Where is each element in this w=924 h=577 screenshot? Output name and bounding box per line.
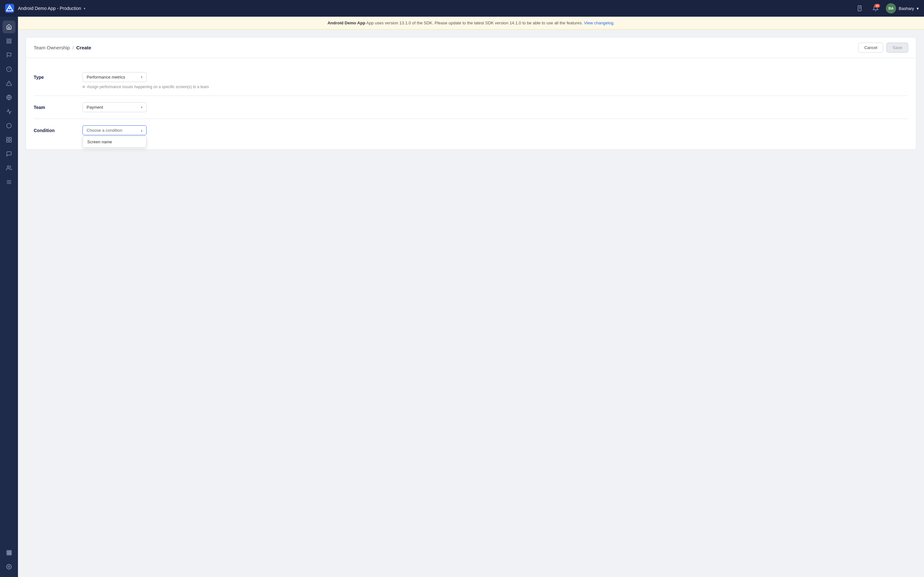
- content-area: Team Ownership / Create Cancel Save Type: [18, 29, 924, 577]
- breadcrumb-separator: /: [73, 45, 74, 50]
- breadcrumb: Team Ownership / Create: [34, 45, 91, 50]
- sidebar-item-issues[interactable]: [3, 63, 15, 76]
- svg-rect-19: [7, 137, 9, 139]
- banner-changelog-link[interactable]: View changelog.: [584, 21, 614, 25]
- svg-rect-28: [9, 550, 10, 552]
- condition-dropdown-menu: Screen name: [82, 136, 147, 148]
- sidebar-item-integrations[interactable]: [3, 133, 15, 146]
- type-select-value: Performance metrics: [87, 75, 125, 79]
- type-select-wrapper: Performance metrics ▾: [82, 72, 147, 82]
- svg-point-2: [9, 7, 11, 9]
- svg-point-36: [8, 566, 10, 568]
- svg-rect-30: [7, 552, 8, 554]
- sidebar-item-feedback[interactable]: [3, 147, 15, 160]
- notification-badge: 35: [874, 4, 880, 8]
- svg-rect-29: [10, 550, 11, 552]
- condition-chevron-icon: ▴: [141, 129, 142, 132]
- user-menu-chevron-icon: ▾: [917, 6, 919, 11]
- condition-select-value: Choose a condition: [87, 128, 122, 133]
- type-hint-text: Assign performance issues happening on a…: [87, 85, 209, 89]
- breadcrumb-current: Create: [76, 45, 91, 50]
- banner-app-name: Android Demo App: [328, 21, 365, 25]
- breadcrumb-parent: Team Ownership: [34, 45, 70, 50]
- topbar: Android Demo App - Production ▾ 35 BA Ba…: [0, 0, 924, 17]
- sidebar-item-releases[interactable]: [3, 119, 15, 132]
- save-button[interactable]: Save: [887, 43, 908, 53]
- app-name-label: Android Demo App - Production: [18, 6, 81, 11]
- hint-dot-icon: [82, 85, 85, 88]
- sidebar-item-settings[interactable]: [3, 560, 15, 573]
- type-select[interactable]: Performance metrics ▾: [82, 72, 147, 82]
- svg-rect-8: [10, 39, 11, 40]
- svg-rect-34: [9, 554, 10, 555]
- team-control-area: Payment ▾: [82, 102, 908, 112]
- svg-rect-33: [7, 554, 8, 555]
- svg-rect-21: [7, 140, 9, 142]
- card-body: Type Performance metrics ▾ Assign perfo: [26, 58, 916, 149]
- condition-form-row: Condition Choose a condition ▴ Screen na…: [34, 119, 908, 142]
- sidebar-item-globe[interactable]: [3, 91, 15, 104]
- topbar-actions: 35 BA Bashary ▾: [855, 3, 919, 13]
- header-actions: Cancel Save: [858, 43, 908, 53]
- condition-label: Condition: [34, 125, 72, 133]
- sidebar: [0, 17, 18, 577]
- svg-rect-9: [7, 42, 8, 43]
- app-name-chevron-icon: ▾: [84, 7, 86, 10]
- team-form-row: Team Payment ▾: [34, 96, 908, 119]
- sidebar-item-ownership[interactable]: [3, 176, 15, 189]
- team-select-value: Payment: [87, 105, 103, 110]
- svg-point-23: [7, 166, 9, 168]
- svg-rect-31: [9, 552, 10, 554]
- user-menu-button[interactable]: BA Bashary ▾: [886, 3, 919, 13]
- svg-rect-7: [7, 39, 8, 40]
- type-form-row: Type Performance metrics ▾ Assign perfo: [34, 66, 908, 96]
- team-select-wrapper: Payment ▾: [82, 102, 147, 112]
- condition-option-screen-name[interactable]: Screen name: [83, 136, 146, 147]
- banner-message: App uses version 13.1.0 of the SDK. Plea…: [365, 21, 584, 25]
- svg-rect-3: [858, 6, 861, 11]
- username-label: Bashary: [899, 6, 914, 11]
- condition-control-area: Choose a condition ▴ Screen name: [82, 125, 908, 135]
- type-hint: Assign performance issues happening on a…: [82, 85, 908, 89]
- condition-select[interactable]: Choose a condition ▴: [82, 125, 147, 135]
- notifications-button[interactable]: 35: [871, 3, 881, 13]
- team-label: Team: [34, 102, 72, 110]
- team-chevron-icon: ▾: [141, 105, 142, 109]
- sdk-update-banner: Android Demo App App uses version 13.1.0…: [18, 17, 924, 29]
- main-layout: Android Demo App App uses version 13.1.0…: [0, 17, 924, 577]
- sidebar-item-performance[interactable]: [3, 105, 15, 118]
- sidebar-item-apps[interactable]: [3, 546, 15, 559]
- type-label: Type: [34, 72, 72, 80]
- svg-rect-32: [10, 552, 11, 554]
- cancel-button[interactable]: Cancel: [858, 43, 883, 53]
- svg-rect-27: [7, 550, 8, 552]
- sidebar-item-flags[interactable]: [3, 49, 15, 61]
- svg-rect-10: [10, 42, 11, 43]
- app-logo: [5, 4, 14, 13]
- avatar: BA: [886, 3, 896, 13]
- svg-rect-35: [10, 554, 11, 555]
- sidebar-item-home[interactable]: [3, 21, 15, 33]
- type-control-area: Performance metrics ▾ Assign performance…: [82, 72, 908, 89]
- type-chevron-icon: ▾: [141, 75, 142, 79]
- condition-select-wrapper: Choose a condition ▴ Screen name: [82, 125, 908, 135]
- docs-button[interactable]: [855, 3, 865, 13]
- sidebar-item-dashboard[interactable]: [3, 35, 15, 47]
- sidebar-item-alerts[interactable]: [3, 77, 15, 90]
- svg-rect-20: [10, 137, 11, 139]
- app-name[interactable]: Android Demo App - Production ▾: [18, 6, 855, 11]
- svg-rect-22: [10, 140, 11, 142]
- card-header: Team Ownership / Create Cancel Save: [26, 37, 916, 58]
- create-card: Team Ownership / Create Cancel Save Type: [26, 37, 916, 150]
- sidebar-item-users[interactable]: [3, 161, 15, 174]
- team-select[interactable]: Payment ▾: [82, 102, 147, 112]
